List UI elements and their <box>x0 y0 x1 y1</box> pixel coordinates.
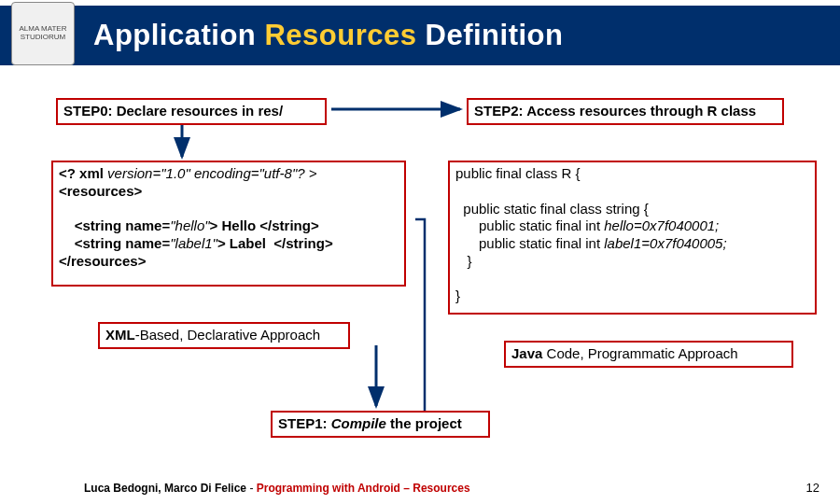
slide-title: Application Resources Definition <box>93 19 563 52</box>
xml-code: <? xml version="1.0" encoding="utf-8"? >… <box>59 165 399 271</box>
page-number: 12 <box>806 481 819 495</box>
java-code: public final class R { public static fin… <box>455 165 809 305</box>
step0-box: STEP0: Declare resources in res/ <box>56 98 327 125</box>
footer-sep: - <box>246 482 257 495</box>
footer-authors: Luca Bedogni, Marco Di Felice <box>84 482 246 495</box>
step1-prefix: : <box>323 415 331 431</box>
seal-text: ALMA MATER STUDIORUM <box>12 25 74 42</box>
step0-desc: : Declare resources in res/ <box>108 103 284 119</box>
xml-code-box: <? xml version="1.0" encoding="utf-8"? >… <box>51 161 406 287</box>
step1-suffix: the project <box>386 415 462 431</box>
java-approach-bold: Java <box>511 345 542 361</box>
java-code-box: public final class R { public static fin… <box>448 161 817 315</box>
java-approach-box: Java Code, Programmatic Approach <box>504 341 793 368</box>
title-accent: Resources <box>264 19 416 51</box>
university-seal: ALMA MATER STUDIORUM <box>11 2 75 65</box>
step0-label: STEP0 <box>63 103 108 119</box>
xml-approach-box: XML-Based, Declarative Approach <box>98 322 350 349</box>
step2-label: STEP2 <box>474 103 519 119</box>
step2-desc: : Access resources through R class <box>519 103 757 119</box>
step1-label: STEP1 <box>278 415 323 431</box>
xml-approach-bold: XML <box>105 327 135 343</box>
java-approach-rest: Code, Programmatic Approach <box>542 345 737 361</box>
footer: Luca Bedogni, Marco Di Felice - Programm… <box>84 482 821 495</box>
xml-approach-rest: -Based, Declarative Approach <box>135 327 320 343</box>
title-bar: Application Resources Definition <box>0 6 840 65</box>
title-part1: Application <box>93 19 264 51</box>
step1-box: STEP1: Compile the project <box>271 411 490 438</box>
title-part2: Definition <box>416 19 563 51</box>
step1-italic: Compile <box>331 415 386 431</box>
step2-box: STEP2: Access resources through R class <box>467 98 784 125</box>
footer-course: Programming with Android – Resources <box>257 482 470 495</box>
